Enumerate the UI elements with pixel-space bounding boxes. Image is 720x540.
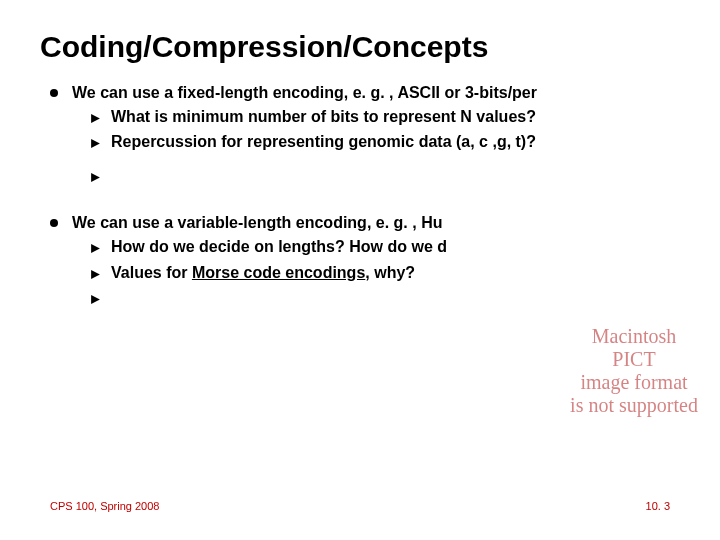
svg-marker-0: [91, 114, 100, 123]
svg-marker-1: [91, 139, 100, 148]
overlay-line: is not supported: [568, 394, 700, 417]
bullet-variable-length: We can use a variable-length encoding, e…: [40, 212, 680, 234]
morse-link[interactable]: Morse code encodings: [192, 264, 365, 281]
subbullet-text: [111, 165, 680, 189]
subbullet-morse: Values for Morse code encodings, why?: [40, 262, 680, 286]
svg-marker-3: [91, 244, 100, 253]
subbullet-lengths: How do we decide on lengths? How do we d: [40, 236, 680, 260]
subbullet-text: What is minimum number of bits to repres…: [111, 106, 680, 130]
slide-content: We can use a fixed-length encoding, e. g…: [40, 82, 680, 311]
bullet-text: We can use a fixed-length encoding, e. g…: [72, 82, 680, 104]
footer-right: 10. 3: [646, 500, 670, 512]
subbullet-min-bits: What is minimum number of bits to repres…: [40, 106, 680, 130]
overlay-line: image format: [568, 371, 700, 394]
subbullet-text: Values for Morse code encodings, why?: [111, 262, 680, 286]
morse-pre: Values for: [111, 264, 192, 281]
svg-marker-5: [91, 295, 100, 304]
footer-left: CPS 100, Spring 2008: [50, 500, 159, 512]
bullet-fixed-length: We can use a fixed-length encoding, e. g…: [40, 82, 680, 104]
morse-post: , why?: [365, 264, 415, 281]
chevron-right-icon: [90, 167, 101, 189]
bullet-text: We can use a variable-length encoding, e…: [72, 212, 680, 234]
slide-footer: CPS 100, Spring 2008 10. 3: [50, 500, 670, 512]
svg-marker-2: [91, 173, 100, 182]
slide-title: Coding/Compression/Concepts: [40, 30, 680, 64]
chevron-right-icon: [90, 264, 101, 286]
bullet-dot-icon: [50, 89, 58, 97]
chevron-right-icon: [90, 238, 101, 260]
subbullet-empty: [40, 165, 680, 189]
subbullet-empty: [40, 287, 680, 311]
chevron-right-icon: [90, 289, 101, 311]
bullet-dot-icon: [50, 219, 58, 227]
chevron-right-icon: [90, 133, 101, 155]
subbullet-text: [111, 287, 680, 311]
pict-unsupported-overlay: Macintosh PICT image format is not suppo…: [568, 325, 700, 417]
subbullet-text: How do we decide on lengths? How do we d: [111, 236, 680, 260]
chevron-right-icon: [90, 108, 101, 130]
subbullet-genomic: Repercussion for representing genomic da…: [40, 131, 680, 155]
svg-marker-4: [91, 270, 100, 279]
overlay-line: Macintosh PICT: [568, 325, 700, 371]
subbullet-text: Repercussion for representing genomic da…: [111, 131, 680, 155]
